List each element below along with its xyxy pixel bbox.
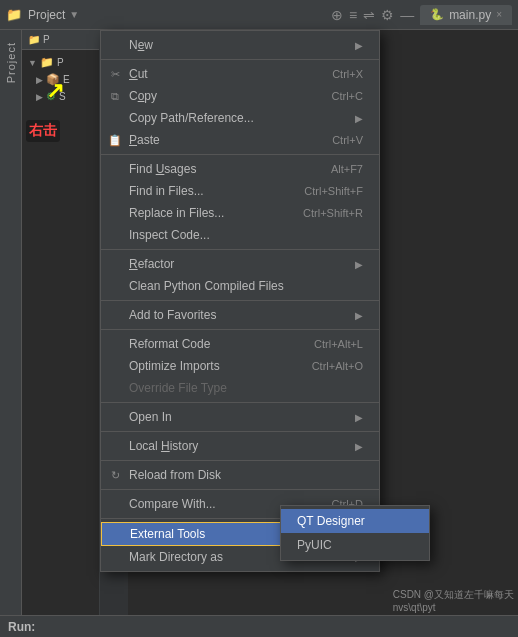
- separator-7: [101, 431, 379, 432]
- cut-icon: ✂: [107, 68, 123, 81]
- menu-item-paste[interactable]: 📋 Paste Ctrl+V: [101, 129, 379, 151]
- menu-item-copy[interactable]: ⧉ Copy Ctrl+C: [101, 85, 379, 107]
- project-panel-header: 📁 P: [22, 30, 99, 50]
- toolbar-icon-list[interactable]: ≡: [349, 7, 357, 23]
- find-files-shortcut: Ctrl+Shift+F: [304, 185, 363, 197]
- menu-label-paste: Paste: [129, 133, 160, 147]
- menu-item-reload[interactable]: ↻ Reload from Disk: [101, 464, 379, 486]
- menu-item-optimize[interactable]: Optimize Imports Ctrl+Alt+O: [101, 355, 379, 377]
- tree-item-settings[interactable]: ▶ ⚙ S: [24, 88, 97, 105]
- right-click-label: 右击: [26, 120, 60, 142]
- menu-label-compare: Compare With...: [129, 497, 216, 511]
- tree-item-external[interactable]: ▶ 📦 E: [24, 71, 97, 88]
- menu-item-favorites[interactable]: Add to Favorites ▶: [101, 304, 379, 326]
- menu-label-replace-files: Replace in Files...: [129, 206, 224, 220]
- toolbar-icon-globe[interactable]: ⊕: [331, 7, 343, 23]
- toolbar-icon-swap[interactable]: ⇌: [363, 7, 375, 23]
- tree-label-e: E: [63, 74, 70, 85]
- menu-item-override-type: Override File Type: [101, 377, 379, 399]
- run-bar: Run:: [0, 615, 518, 637]
- project-panel-title: P: [43, 34, 50, 45]
- menu-label-copy-path: Copy Path/Reference...: [129, 111, 254, 125]
- external-tools-submenu: QT Designer PyUIC: [280, 505, 430, 561]
- separator-9: [101, 489, 379, 490]
- submenu-arrow-copy-path: ▶: [355, 113, 363, 124]
- menu-label-copy: Copy: [129, 89, 157, 103]
- copy-shortcut: Ctrl+C: [332, 90, 363, 102]
- submenu-item-qt-designer[interactable]: QT Designer: [281, 509, 429, 533]
- submenu-arrow-new: ▶: [355, 40, 363, 51]
- sidebar-strip: Project: [0, 30, 22, 637]
- paste-shortcut: Ctrl+V: [332, 134, 363, 146]
- menu-label-local-history: Local History: [129, 439, 198, 453]
- menu-item-new[interactable]: New ▶: [101, 34, 379, 56]
- tab-label: main.py: [449, 8, 491, 22]
- separator-2: [101, 154, 379, 155]
- menu-label-external-tools: External Tools: [130, 527, 205, 541]
- separator-3: [101, 249, 379, 250]
- menu-item-open-in[interactable]: Open In ▶: [101, 406, 379, 428]
- menu-label-find-files: Find in Files...: [129, 184, 204, 198]
- menu-label-favorites: Add to Favorites: [129, 308, 216, 322]
- dropdown-arrow-icon[interactable]: ▼: [69, 9, 79, 20]
- separator-8: [101, 460, 379, 461]
- tab-close-button[interactable]: ×: [496, 9, 502, 20]
- menu-label-cut: Cut: [129, 67, 148, 81]
- project-tree: ▼ 📁 P ▶ 📦 E ▶ ⚙ S: [22, 50, 99, 109]
- separator-5: [101, 329, 379, 330]
- optimize-shortcut: Ctrl+Alt+O: [312, 360, 363, 372]
- reformat-shortcut: Ctrl+Alt+L: [314, 338, 363, 350]
- reload-icon: ↻: [107, 469, 123, 482]
- submenu-label-qt-designer: QT Designer: [297, 514, 365, 528]
- submenu-arrow-refactor: ▶: [355, 259, 363, 270]
- submenu-label-pyuic: PyUIC: [297, 538, 332, 552]
- tree-item-root[interactable]: ▼ 📁 P: [24, 54, 97, 71]
- tree-expand-icon-s: ▶: [36, 92, 43, 102]
- menu-label-clean-python: Clean Python Compiled Files: [129, 279, 284, 293]
- menu-item-clean-python[interactable]: Clean Python Compiled Files: [101, 275, 379, 297]
- tree-icon-e: 📦: [46, 73, 60, 86]
- tree-root-label: P: [57, 57, 64, 68]
- project-label[interactable]: Project ▼: [28, 8, 79, 22]
- sidebar-label[interactable]: Project: [5, 42, 17, 83]
- copy-icon: ⧉: [107, 90, 123, 103]
- project-title: Project: [28, 8, 65, 22]
- project-panel: 📁 P ▼ 📁 P ▶ 📦 E ▶ ⚙ S ↗ 右击: [22, 30, 100, 637]
- main-py-tab[interactable]: 🐍 main.py ×: [420, 5, 512, 25]
- menu-label-open-in: Open In: [129, 410, 172, 424]
- cut-shortcut: Ctrl+X: [332, 68, 363, 80]
- folder-small-icon: 📁: [28, 34, 40, 45]
- menu-item-refactor[interactable]: Refactor ▶: [101, 253, 379, 275]
- folder-icon-root: 📁: [40, 56, 54, 69]
- menu-label-override-type: Override File Type: [129, 381, 227, 395]
- menu-item-cut[interactable]: ✂ Cut Ctrl+X: [101, 63, 379, 85]
- run-bar-label: Run:: [8, 620, 35, 634]
- menu-label-reformat: Reformat Code: [129, 337, 210, 351]
- menu-item-replace-files[interactable]: Replace in Files... Ctrl+Shift+R: [101, 202, 379, 224]
- python-file-icon: 🐍: [430, 8, 444, 21]
- menu-label-reload: Reload from Disk: [129, 468, 221, 482]
- menu-label-optimize: Optimize Imports: [129, 359, 220, 373]
- context-menu: New ▶ ✂ Cut Ctrl+X ⧉ Copy Ctrl+C Copy Pa…: [100, 30, 380, 572]
- menu-item-inspect[interactable]: Inspect Code...: [101, 224, 379, 246]
- tree-expand-icon-e: ▶: [36, 75, 43, 85]
- menu-item-reformat[interactable]: Reformat Code Ctrl+Alt+L: [101, 333, 379, 355]
- menu-item-find-files[interactable]: Find in Files... Ctrl+Shift+F: [101, 180, 379, 202]
- separator-4: [101, 300, 379, 301]
- replace-files-shortcut: Ctrl+Shift+R: [303, 207, 363, 219]
- tree-icon-s: ⚙: [46, 90, 56, 103]
- separator-6: [101, 402, 379, 403]
- tree-label-s: S: [59, 91, 66, 102]
- toolbar-icon-minimize[interactable]: —: [400, 7, 414, 23]
- find-usages-shortcut: Alt+F7: [331, 163, 363, 175]
- toolbar-icon-settings[interactable]: ⚙: [381, 7, 394, 23]
- menu-item-copy-path[interactable]: Copy Path/Reference... ▶: [101, 107, 379, 129]
- submenu-arrow-favorites: ▶: [355, 310, 363, 321]
- menu-label-new: New: [129, 38, 153, 52]
- menu-item-find-usages[interactable]: Find Usages Alt+F7: [101, 158, 379, 180]
- menu-item-local-history[interactable]: Local History ▶: [101, 435, 379, 457]
- folder-icon: 📁: [6, 7, 22, 22]
- collapse-arrow-icon: ▼: [28, 58, 37, 68]
- submenu-item-pyuic[interactable]: PyUIC: [281, 533, 429, 557]
- menu-label-inspect: Inspect Code...: [129, 228, 210, 242]
